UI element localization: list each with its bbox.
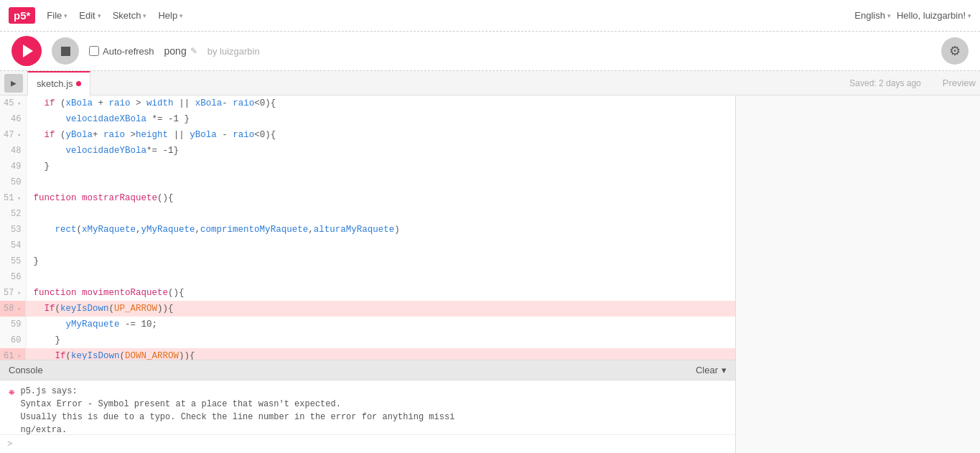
line-code: velocidadeXBola *= -1 }: [26, 111, 735, 127]
console-title: Console: [9, 365, 43, 375]
table-row: 47▾ if (yBola+ raio >height || yBola - r…: [0, 127, 735, 143]
top-nav: p5* File ▾ Edit ▾ Sketch ▾ Help ▾ Englis…: [0, 0, 980, 32]
console-clear-button[interactable]: Clear ▾: [696, 365, 727, 375]
auto-refresh-checkbox[interactable]: [89, 46, 99, 56]
table-row: 56: [0, 269, 735, 285]
line-number: 53: [0, 222, 26, 238]
table-row: 48 velocidadeYBola*= -1}: [0, 143, 735, 159]
line-code: rect(xMyRaquete,yMyRaquete,comprimentoMy…: [26, 222, 735, 238]
console-error-message: ❋ p5.js says: Syntax Error - Symbol pres…: [9, 385, 727, 434]
stop-button[interactable]: [52, 37, 79, 65]
language-selector[interactable]: English ▾: [854, 10, 891, 21]
fold-icon[interactable]: ▾: [14, 289, 22, 297]
table-row: 49 }: [0, 159, 735, 174]
table-row: 45▾ if (xBola + raio > width || xBola- r…: [0, 95, 735, 111]
play-button[interactable]: [11, 36, 42, 66]
fold-icon[interactable]: ▾: [14, 352, 22, 360]
fold-icon[interactable]: ▾: [14, 305, 22, 313]
tab-bar: ▶ sketch.js Saved: 2 days ago Preview: [0, 71, 980, 95]
line-code: [26, 238, 735, 253]
table-row: 52: [0, 206, 735, 222]
console-panel: Console Clear ▾ ❋ p5.js says: Syntax Err…: [0, 360, 735, 453]
line-code: [26, 174, 735, 190]
line-code: }: [26, 253, 735, 269]
line-number: 60: [0, 332, 26, 348]
code-panel: 45▾ if (xBola + raio > width || xBola- r…: [0, 95, 736, 453]
line-code: }: [26, 159, 735, 174]
line-number: 45▾: [0, 95, 26, 111]
nav-sketch-menu[interactable]: Sketch ▾: [113, 10, 147, 21]
console-chevron-icon: ▾: [722, 365, 727, 375]
line-number: 51▾: [0, 190, 26, 206]
line-code: if (xBola + raio > width || xBola- raio<…: [26, 95, 735, 111]
table-row: 51▾function mostrarRaquete(){: [0, 190, 735, 206]
nav-edit-menu[interactable]: Edit ▾: [79, 10, 101, 21]
console-error-text: p5.js says: Syntax Error - Symbol presen…: [20, 385, 454, 434]
language-chevron: ▾: [887, 12, 891, 19]
tab-sketch-js[interactable]: sketch.js: [27, 71, 90, 95]
saved-status: Saved: 2 days ago: [849, 78, 920, 88]
editor-area: ▶ sketch.js Saved: 2 days ago Preview 45…: [0, 71, 980, 453]
main-split: 45▾ if (xBola + raio > width || xBola- r…: [0, 95, 980, 453]
table-row: 55}: [0, 253, 735, 269]
user-menu-chevron: ▾: [968, 12, 971, 19]
line-number: 49: [0, 159, 26, 174]
nav-help-menu[interactable]: Help ▾: [158, 10, 183, 21]
table-row: 58▾ If(keyIsDown(UP_ARROW)){: [0, 301, 735, 317]
table-row: 57▾function movimentoRaquete(){: [0, 285, 735, 301]
line-code: velocidadeYBola*= -1}: [26, 143, 735, 159]
auto-refresh-label[interactable]: Auto-refresh: [89, 46, 154, 57]
line-number: 46: [0, 111, 26, 127]
console-header: Console Clear ▾: [0, 360, 735, 380]
fold-icon[interactable]: ▾: [14, 195, 22, 202]
line-code: if (yBola+ raio >height || yBola - raio<…: [26, 127, 735, 143]
sketch-menu-chevron: ▾: [143, 12, 146, 19]
line-number: 55: [0, 253, 26, 269]
line-number: 57▾: [0, 285, 26, 301]
table-row: 53 rect(xMyRaquete,yMyRaquete,compriment…: [0, 222, 735, 238]
nav-right: English ▾ Hello, luizgarbin! ▾: [854, 10, 971, 21]
line-code: yMyRaquete -= 10;: [26, 317, 735, 332]
console-error-icon: ❋: [9, 386, 14, 398]
console-input-bar: >: [0, 434, 735, 453]
line-number: 52: [0, 206, 26, 222]
preview-label: Preview: [943, 78, 976, 88]
code-scroll[interactable]: 45▾ if (xBola + raio > width || xBola- r…: [0, 95, 735, 360]
toolbar: Auto-refresh pong ✎ by luizgarbin ⚙: [0, 32, 980, 71]
fold-icon[interactable]: ▾: [14, 100, 22, 108]
fold-icon[interactable]: ▾: [14, 131, 22, 139]
nav-file-menu[interactable]: File ▾: [47, 10, 67, 21]
console-prompt: >: [7, 439, 12, 449]
sketch-name[interactable]: pong ✎: [164, 45, 197, 57]
table-row: 59 yMyRaquete -= 10;: [0, 317, 735, 332]
line-code: }: [26, 332, 735, 348]
line-number: 56: [0, 269, 26, 285]
logo: p5*: [9, 7, 35, 24]
tab-toggle-button[interactable]: ▶: [4, 74, 23, 93]
by-user: by luizgarbin: [207, 46, 260, 57]
line-code: [26, 269, 735, 285]
preview-panel: [736, 95, 980, 453]
line-code: function movimentoRaquete(){: [26, 285, 735, 301]
modified-indicator: [76, 81, 81, 86]
table-row: 46 velocidadeXBola *= -1 }: [0, 111, 735, 127]
line-code: function mostrarRaquete(){: [26, 190, 735, 206]
help-menu-chevron: ▾: [179, 12, 183, 19]
line-code: If(keyIsDown(UP_ARROW)){: [26, 301, 735, 317]
table-row: 61▾ If(keyIsDown(DOWN_ARROW)){: [0, 348, 735, 360]
line-number: 50: [0, 174, 26, 190]
settings-button[interactable]: ⚙: [941, 37, 969, 65]
line-code: If(keyIsDown(DOWN_ARROW)){: [26, 348, 735, 360]
table-row: 50: [0, 174, 735, 190]
line-number: 54: [0, 238, 26, 253]
table-row: 54: [0, 238, 735, 253]
line-number: 47▾: [0, 127, 26, 143]
console-body: ❋ p5.js says: Syntax Error - Symbol pres…: [0, 380, 735, 434]
table-row: 60 }: [0, 332, 735, 348]
edit-sketch-name-icon: ✎: [190, 46, 197, 56]
code-content: 45▾ if (xBola + raio > width || xBola- r…: [0, 95, 735, 360]
edit-menu-chevron: ▾: [98, 12, 101, 19]
line-number: 61▾: [0, 348, 26, 360]
user-menu[interactable]: Hello, luizgarbin! ▾: [897, 10, 971, 21]
line-code: [26, 206, 735, 222]
